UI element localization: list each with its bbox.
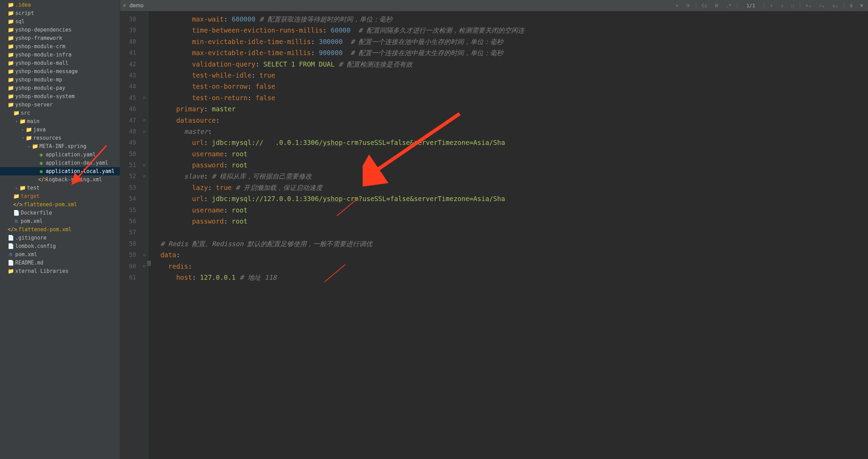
- project-tree[interactable]: 📁.idea📁script📁sql📁yshop-dependencies📁ysh…: [0, 0, 120, 459]
- tree-item[interactable]: ◉application-dev.yaml: [0, 159, 120, 167]
- tree-item-label: .flattened-pom.xml: [15, 226, 72, 233]
- code-line[interactable]: slave: # 模拟从库，可根据自己需要修改: [152, 171, 868, 182]
- code-line[interactable]: password: root: [152, 216, 868, 227]
- match-case-button[interactable]: Cc: [700, 2, 710, 9]
- more-icon[interactable]: ≣: [848, 2, 854, 9]
- reload-icon[interactable]: ⟳: [684, 2, 692, 9]
- tree-item[interactable]: 📁yshop-module-mp: [0, 76, 120, 84]
- tree-item[interactable]: 📁yshop-module-system: [0, 92, 120, 101]
- code-line[interactable]: test-on-return: false: [152, 92, 868, 103]
- code-line[interactable]: [152, 227, 868, 238]
- fold-marker[interactable]: ⊟: [141, 115, 148, 126]
- tree-item[interactable]: </>logback-spring.xml: [0, 175, 120, 184]
- tree-item-label: yshop-module-crm: [15, 43, 65, 50]
- chevron-icon[interactable]: ▸: [14, 186, 19, 190]
- line-number: 56: [120, 216, 141, 227]
- folder-icon: 📁: [8, 93, 14, 99]
- tree-item[interactable]: 📁yshop-module-mall: [0, 59, 120, 67]
- tree-item[interactable]: 📁sql: [0, 17, 120, 26]
- tree-item[interactable]: 📁yshop-module-crm: [0, 42, 120, 51]
- editor[interactable]: 3839404142434445464748495051525354555657…: [120, 11, 868, 459]
- tree-item[interactable]: 📄Dockerfile: [0, 209, 120, 217]
- tree-item[interactable]: ▾📁main: [0, 117, 120, 125]
- code-line[interactable]: host: 127.0.0.1 # 地址 118: [152, 272, 868, 283]
- folder-icon: 📁: [26, 127, 32, 133]
- tree-item[interactable]: mpom.xml: [0, 250, 120, 259]
- tree-item[interactable]: mpom.xml: [0, 217, 120, 225]
- code-area[interactable]: max-wait: 600000 # 配置获取连接等待超时的时间，单位：毫秒 t…: [148, 11, 868, 459]
- tree-item[interactable]: 📁yshop-framework: [0, 34, 120, 42]
- tree-item[interactable]: 📄.gitignore: [0, 234, 120, 242]
- tree-item-label: main: [27, 118, 39, 124]
- tree-item[interactable]: 📁xternal Libraries: [0, 267, 120, 275]
- tree-item[interactable]: </>.flattened-pom.xml: [0, 225, 120, 234]
- code-line[interactable]: username: root: [152, 148, 868, 159]
- code-line[interactable]: max-evictable-idle-time-millis: 900000 #…: [152, 47, 868, 58]
- tree-item[interactable]: 📁yshop-module-infra: [0, 51, 120, 59]
- tree-item[interactable]: 📁.idea: [0, 1, 120, 9]
- chevron-icon[interactable]: ▾: [20, 136, 26, 140]
- words-button[interactable]: W: [713, 2, 720, 9]
- code-line[interactable]: master:: [152, 126, 868, 137]
- code-line[interactable]: test-while-idle: true: [152, 70, 868, 81]
- folder-icon: 📁: [8, 43, 14, 50]
- tree-item[interactable]: </>.flattened-pom.xml: [0, 200, 120, 209]
- code-line[interactable]: max-wait: 600000 # 配置获取连接等待超时的时间，单位：毫秒: [152, 14, 868, 25]
- gutter-folds[interactable]: ⊟⊟⊟⊟⊟⊟⊟: [141, 11, 148, 459]
- line-number: 40: [120, 36, 141, 47]
- code-line[interactable]: primary: master: [152, 103, 868, 114]
- tree-item[interactable]: 📄lombok.config: [0, 242, 120, 250]
- tree-item-label: xternal Libraries: [15, 268, 69, 274]
- chevron-icon[interactable]: ▸: [26, 144, 32, 149]
- m-icon: m: [8, 251, 14, 258]
- tree-item[interactable]: 📁src: [0, 109, 120, 117]
- filter-icon[interactable]: ▼: [858, 2, 865, 9]
- select-all-occ-icon[interactable]: ☒ᵤ: [830, 2, 840, 9]
- tree-item[interactable]: ◉application.yaml: [0, 150, 120, 159]
- line-number: 57: [120, 227, 141, 238]
- code-line[interactable]: # Redis 配置。Redisson 默认的配置足够使用，一般不需要进行调优: [152, 238, 868, 249]
- tree-item[interactable]: ▾📁resources: [0, 134, 120, 142]
- chevron-icon[interactable]: ▸: [20, 128, 26, 132]
- code-line[interactable]: url: jdbc:mysql://127.0.0.1:3306/yshop-c…: [152, 193, 868, 204]
- code-line[interactable]: time-between-eviction-runs-millis: 60000…: [152, 25, 868, 36]
- close-find-icon[interactable]: ×: [673, 2, 680, 9]
- code-line[interactable]: redis:: [152, 261, 868, 272]
- tree-item[interactable]: 📄README.md: [0, 259, 120, 267]
- code-line[interactable]: password: root: [152, 159, 868, 171]
- tree-item[interactable]: 📁target: [0, 192, 120, 200]
- tree-item[interactable]: ▸📁test: [0, 184, 120, 192]
- code-line[interactable]: validation-query: SELECT 1 FROM DUAL # 配…: [152, 59, 868, 70]
- search-input[interactable]: [130, 2, 261, 9]
- add-selection-icon[interactable]: +ᵤ: [804, 2, 814, 9]
- folder-icon: 📁: [19, 185, 26, 191]
- tree-item[interactable]: ▸📁java: [0, 125, 120, 134]
- tree-item[interactable]: ▸📁META-INF.spring: [0, 142, 120, 150]
- tree-item[interactable]: ◉application-local.yaml: [0, 167, 120, 175]
- code-line[interactable]: test-on-borrow: false: [152, 81, 868, 92]
- regex-button[interactable]: .*: [724, 2, 734, 9]
- fold-marker[interactable]: ⊟: [141, 249, 148, 260]
- prev-match-icon[interactable]: ↑: [768, 2, 775, 9]
- yaml-icon: ◉: [38, 168, 44, 174]
- code-line[interactable]: min-evictable-idle-time-millis: 300000 #…: [152, 36, 868, 47]
- select-all-icon[interactable]: ☐: [789, 2, 796, 9]
- fold-marker[interactable]: ⊟: [141, 159, 148, 171]
- code-line[interactable]: url: jdbc:mysql:// .0.0.1:3306/yshop-crm…: [152, 137, 868, 148]
- tree-item[interactable]: 📁yshop-server: [0, 101, 120, 109]
- tree-item[interactable]: 📁yshop-module-message: [0, 67, 120, 76]
- fold-marker[interactable]: ⊟: [141, 92, 148, 103]
- code-line[interactable]: data:: [152, 249, 868, 260]
- next-match-icon[interactable]: ↓: [779, 2, 786, 9]
- code-line[interactable]: lazy: true # 开启懒加载，保证启动速度: [152, 182, 868, 193]
- tree-item[interactable]: 📁script: [0, 9, 120, 17]
- folder-icon: 📁: [8, 10, 14, 16]
- code-line[interactable]: username: root: [152, 205, 868, 216]
- tree-item[interactable]: 📁yshop-dependencies: [0, 26, 120, 34]
- tree-item[interactable]: 📁yshop-module-pay: [0, 84, 120, 92]
- fold-marker[interactable]: ⊟: [141, 126, 148, 137]
- code-line[interactable]: datasource:: [152, 115, 868, 126]
- fold-marker[interactable]: ⊟: [141, 171, 148, 182]
- remove-selection-icon[interactable]: −ᵤ: [817, 2, 827, 9]
- chevron-icon[interactable]: ▾: [14, 119, 19, 124]
